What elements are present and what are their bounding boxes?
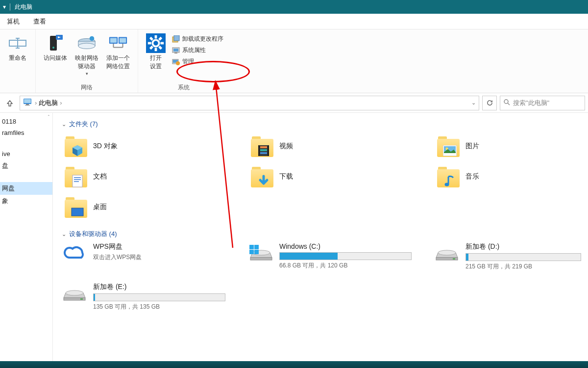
drive-item[interactable]: Windows (C:) 66.8 GB 可用，共 120 GB <box>248 242 434 271</box>
chevron-down-icon: ⌄ <box>62 121 66 128</box>
svg-point-33 <box>504 100 508 104</box>
svg-rect-14 <box>120 38 126 43</box>
disk-icon <box>248 242 273 263</box>
uninstall-icon <box>172 35 180 44</box>
svg-line-34 <box>508 103 510 105</box>
svg-point-28 <box>176 61 180 65</box>
drive-subtext: 135 GB 可用，共 135 GB <box>93 303 225 311</box>
chevron-down-icon: ⌄ <box>62 231 66 237</box>
content-pane[interactable]: ⌄ 文件夹 (7) 3D 对象 视频 图片 文档 下载 <box>53 113 588 368</box>
navigation-sidebar[interactable]: ˆ 0118 ramfiles ive 盘 网盘 象 <box>0 113 53 368</box>
open-settings-button[interactable]: 打开 设置 <box>142 31 170 73</box>
disk-icon <box>434 242 460 263</box>
section-title: 文件夹 (7) <box>69 120 98 129</box>
svg-rect-59 <box>453 258 455 260</box>
scroll-up-icon: ˆ <box>48 115 49 120</box>
map-drive-button[interactable]: 映射网络 驱动器 ▾ <box>71 31 102 79</box>
folder-icon <box>436 134 461 158</box>
folder-icon <box>436 165 461 188</box>
folder-item[interactable]: 3D 对象 <box>62 132 248 160</box>
svg-rect-25 <box>174 53 177 53</box>
map-drive-icon <box>77 33 97 53</box>
rename-button[interactable]: 重命名 <box>4 31 31 64</box>
folders-section-header[interactable]: ⌄ 文件夹 (7) <box>62 120 579 129</box>
sidebar-item-selected[interactable]: 网盘 <box>0 182 52 195</box>
section-title: 设备和驱动器 (4) <box>69 230 117 238</box>
address-field[interactable]: › 此电脑 › ⌄ <box>20 96 479 110</box>
drive-name: 新加卷 (E:) <box>93 283 225 291</box>
drive-subtext: 215 GB 可用，共 219 GB <box>466 263 581 271</box>
add-network-button[interactable]: 添加一个 网络位置 <box>102 31 134 73</box>
svg-rect-55 <box>249 250 254 254</box>
folder-item[interactable]: 视频 <box>248 132 434 160</box>
svg-rect-40 <box>268 145 269 156</box>
ribbon-group-rename: 重命名 <box>0 29 36 93</box>
drive-item[interactable]: WPS网盘 双击进入WPS网盘 <box>62 242 248 271</box>
folder-label: 桌面 <box>93 203 107 211</box>
drive-subtext: 66.8 GB 可用，共 120 GB <box>279 262 412 270</box>
uninstall-button[interactable]: 卸载或更改程序 <box>170 33 225 45</box>
system-properties-button[interactable]: 系统属性 <box>170 45 225 56</box>
folder-icon <box>64 195 88 219</box>
manage-button[interactable]: 管理 <box>170 56 225 67</box>
svg-point-57 <box>438 250 456 255</box>
tab-computer[interactable]: 算机 <box>0 14 26 29</box>
folder-icon <box>64 134 88 158</box>
svg-rect-13 <box>110 38 117 43</box>
folder-icon <box>64 165 88 188</box>
svg-point-10 <box>90 36 95 41</box>
ribbon-group-network: 访问媒体 映射网络 驱动器 ▾ 添加一个 网络位置 网络 <box>36 29 138 93</box>
settings-gear-icon <box>146 33 166 53</box>
folder-item[interactable]: 图片 <box>434 132 581 160</box>
folder-item[interactable]: 下载 <box>248 163 434 190</box>
drive-usage-bar <box>466 253 581 261</box>
svg-rect-54 <box>254 245 259 249</box>
rename-icon <box>8 33 27 53</box>
ribbon: 重命名 访问媒体 映射网络 驱动器 ▾ <box>0 29 588 93</box>
svg-rect-31 <box>26 104 29 105</box>
svg-rect-56 <box>254 250 259 254</box>
network-group-label: 网络 <box>40 83 134 92</box>
drive-usage-bar <box>93 293 225 301</box>
drive-item[interactable]: 新加卷 (D:) 215 GB 可用，共 219 GB <box>434 242 581 271</box>
refresh-button[interactable] <box>482 96 497 110</box>
media-server-icon <box>46 33 65 53</box>
access-media-button[interactable]: 访问媒体 <box>40 31 71 64</box>
folder-item[interactable]: 桌面 <box>62 193 248 221</box>
sidebar-item[interactable]: 象 <box>0 195 52 208</box>
drive-item[interactable]: 新加卷 (E:) 135 GB 可用，共 135 GB <box>62 283 248 311</box>
svg-rect-22 <box>174 35 179 41</box>
search-input[interactable]: 搜索"此电脑" <box>500 96 585 110</box>
folder-label: 3D 对象 <box>93 142 118 151</box>
svg-rect-49 <box>72 208 83 216</box>
titlebar-location: 此电脑 <box>15 3 32 11</box>
drives-section-header[interactable]: ⌄ 设备和驱动器 (4) <box>62 230 579 238</box>
sidebar-item[interactable]: 0118 <box>0 116 52 127</box>
svg-rect-20 <box>155 35 157 39</box>
nav-up-button[interactable] <box>3 96 17 110</box>
ribbon-group-system: 打开 设置 卸载或更改程序 系统属性 管理 系统 <box>138 29 229 93</box>
search-icon <box>503 99 510 107</box>
system-group-label: 系统 <box>142 83 225 92</box>
folder-label: 视频 <box>279 142 293 151</box>
svg-rect-39 <box>258 145 260 156</box>
sidebar-item[interactable]: 盘 <box>0 159 52 172</box>
folder-label: 图片 <box>466 142 479 151</box>
title-bar: ▾ │ 此电脑 <box>0 0 588 14</box>
svg-point-60 <box>66 290 83 295</box>
drive-subtext: 双击进入WPS网盘 <box>93 253 225 262</box>
sidebar-item[interactable]: ramfiles <box>0 127 52 138</box>
svg-rect-53 <box>249 245 254 249</box>
folder-item[interactable]: 音乐 <box>434 163 581 190</box>
svg-rect-24 <box>173 49 178 52</box>
titlebar-appicon: ▾ <box>3 3 6 10</box>
chevron-down-icon[interactable]: ⌄ <box>471 100 476 106</box>
disk-icon <box>62 283 87 303</box>
sidebar-item[interactable]: ive <box>0 148 52 159</box>
drive-name: WPS网盘 <box>93 242 225 251</box>
svg-rect-30 <box>24 99 31 103</box>
folder-item[interactable]: 文档 <box>62 163 248 190</box>
manage-icon <box>172 57 180 66</box>
tab-view[interactable]: 查看 <box>26 14 53 29</box>
breadcrumb[interactable]: › 此电脑 › <box>35 99 62 107</box>
